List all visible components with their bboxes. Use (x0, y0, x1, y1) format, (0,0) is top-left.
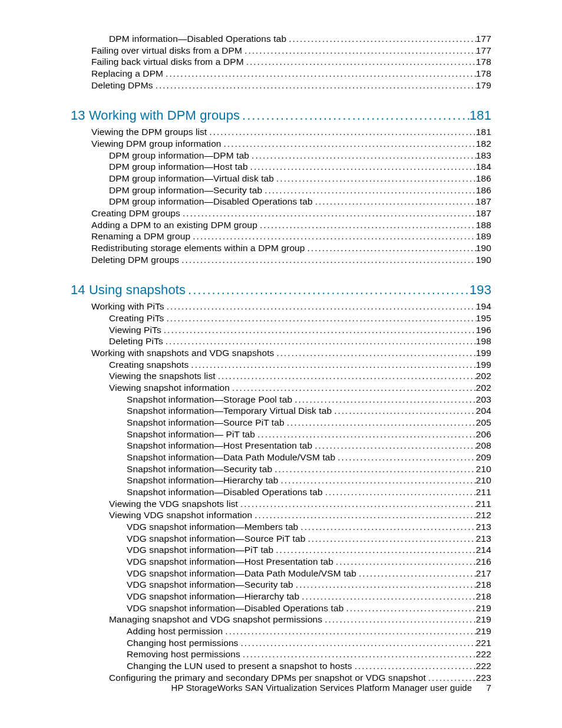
toc-leader-dots: ........................................… (222, 138, 476, 150)
toc-leader-dots: ........................................… (164, 301, 476, 312)
toc-entry-row[interactable]: Viewing snapshot information............… (71, 382, 491, 394)
toc-leader-dots: ........................................… (186, 282, 470, 298)
toc-leader-dots: ........................................… (332, 405, 476, 417)
toc-entry-label: Creating snapshots (109, 359, 189, 371)
toc-entry-row[interactable]: Changing host permissions...............… (71, 637, 491, 649)
toc-entry-row[interactable]: Working with snapshots and VDG snapshots… (71, 347, 491, 359)
toc-entry-row[interactable]: Deleting DPM groups.....................… (71, 254, 491, 266)
toc-leader-dots: ........................................… (356, 568, 476, 579)
toc-entry-page: 195 (476, 312, 491, 324)
toc-entry-page: 183 (476, 150, 491, 162)
toc-entry-row[interactable]: Creating DPM groups.....................… (71, 207, 491, 219)
toc-entry-row[interactable]: Snapshot information—Data Path Module/VS… (71, 452, 491, 463)
toc-leader-dots: ........................................… (273, 544, 476, 556)
toc-leader-dots: ........................................… (274, 347, 475, 359)
toc-entry-label: Viewing the VDG snapshots list (109, 498, 238, 510)
toc-entry-label: Snapshot information—Data Path Module/VS… (127, 452, 335, 463)
toc-entry-page: 206 (476, 429, 491, 440)
toc-entry-row[interactable]: Snapshot information—Source PiT tab.....… (71, 417, 491, 429)
toc-entry-row[interactable]: Configuring the primary and secondary DP… (71, 672, 491, 684)
toc-leader-dots: ........................................… (298, 521, 475, 533)
toc-leader-dots: ........................................… (292, 394, 476, 406)
toc-leader-dots: ........................................… (163, 68, 476, 80)
toc-entry-row[interactable]: VDG snapshot information—Source PiT tab.… (71, 533, 491, 545)
toc-leader-dots: ........................................… (305, 242, 476, 254)
toc-entry-page: 218 (476, 579, 491, 591)
toc-entry-label: Deleting PiTs (109, 335, 163, 347)
document-page: DPM information—Disabled Operations tab.… (0, 0, 562, 728)
toc-entry-page: 208 (476, 440, 491, 452)
toc-entry-row[interactable]: DPM group information—Host tab..........… (71, 161, 491, 173)
toc-entry-row[interactable]: VDG snapshot information—Hierarchy tab..… (71, 591, 491, 602)
toc-entry-page: 186 (476, 185, 491, 196)
toc-entry-row[interactable]: Managing snapshot and VDG snapshot permi… (71, 614, 491, 625)
toc-entry-row[interactable]: VDG snapshot information—Host Presentati… (71, 556, 491, 568)
toc-entry-page: 181 (470, 107, 491, 124)
toc-entry-row[interactable]: Creating PiTs...........................… (71, 312, 491, 324)
toc-entry-row[interactable]: Viewing DPM group information...........… (71, 138, 491, 150)
toc-entry-row[interactable]: VDG snapshot information—PiT tab........… (71, 544, 491, 556)
toc-entry-row[interactable]: Snapshot information—Disabled Operations… (71, 486, 491, 498)
toc-entry-label: Replacing a DPM (91, 68, 163, 80)
toc-leader-dots: ........................................… (240, 648, 476, 660)
toc-entry-row[interactable]: Snapshot information—Hierarchy tab......… (71, 475, 491, 486)
toc-entry-row[interactable]: Deleting DPMs...........................… (71, 80, 491, 91)
toc-entry-page: 219 (476, 625, 491, 637)
toc-entry-label: Snapshot information—Hierarchy tab (127, 475, 279, 486)
toc-entry-row[interactable]: Viewing VDG snapshot information........… (71, 509, 491, 521)
toc-entry-row[interactable]: Failing over virtual disks from a DPM...… (71, 45, 491, 57)
toc-entry-row[interactable]: VDG snapshot information—Data Path Modul… (71, 568, 491, 579)
toc-entry-row[interactable]: DPM group information—Security tab......… (71, 185, 491, 196)
toc-entry-row[interactable]: Viewing the DPM groups list.............… (71, 126, 491, 138)
toc-entry-row[interactable]: VDG snapshot information—Security tab...… (71, 579, 491, 591)
toc-entry-row[interactable]: Creating snapshots......................… (71, 359, 491, 371)
toc-entry-row[interactable]: VDG snapshot information—Disabled Operat… (71, 602, 491, 614)
footer-page-number: 7 (487, 683, 491, 693)
toc-leader-dots: ........................................… (313, 196, 476, 207)
toc-entry-label: Snapshot information—Disabled Operations… (127, 486, 323, 498)
toc-entry-row[interactable]: Adding host permission..................… (71, 625, 491, 637)
toc-entry-label: VDG snapshot information—Security tab (127, 579, 293, 591)
toc-entry-row[interactable]: Adding a DPM to an existing DPM group...… (71, 219, 491, 231)
toc-entry-label: DPM group information—Virtual disk tab (109, 173, 274, 185)
toc-entry-label: Configuring the primary and secondary DP… (109, 672, 426, 684)
toc-entry-row[interactable]: Replacing a DPM.........................… (71, 68, 491, 80)
toc-chapter-row[interactable]: 14 Using snapshots......................… (71, 282, 491, 298)
toc-entry-label: DPM group information—Host tab (109, 161, 248, 173)
toc-entry-row[interactable]: Viewing the snapshots list..............… (71, 370, 491, 382)
toc-entry-row[interactable]: Snapshot information— PiT tab...........… (71, 429, 491, 440)
toc-entry-label: Working with PiTs (91, 301, 164, 312)
toc-leader-dots: ........................................… (249, 150, 476, 162)
toc-entry-row[interactable]: Viewing the VDG snapshots list..........… (71, 498, 491, 510)
toc-entry-row[interactable]: DPM group information—DPM tab...........… (71, 150, 491, 162)
toc-entry-row[interactable]: Snapshot information—Host Presentation t… (71, 440, 491, 452)
toc-entry-row[interactable]: Failing back virtual disks from a DPM...… (71, 56, 491, 68)
toc-entry-label: Snapshot information—Source PiT tab (127, 417, 285, 429)
toc-entry-row[interactable]: Removing host permissions...............… (71, 648, 491, 660)
toc-entry-row[interactable]: Snapshot information—Temporary Virtual D… (71, 405, 491, 417)
toc-entry-row[interactable]: Deleting PiTs...........................… (71, 335, 491, 347)
toc-entry-row[interactable]: Working with PiTs.......................… (71, 301, 491, 312)
toc-leader-dots: ........................................… (323, 486, 476, 498)
toc-entry-label: Deleting DPMs (91, 80, 153, 91)
toc-entry-label: Failing over virtual disks from a DPM (91, 45, 242, 57)
toc-entry-row[interactable]: DPM group information—Disabled Operation… (71, 196, 491, 207)
toc-entry-label: Viewing DPM group information (91, 138, 222, 150)
toc-entry-row[interactable]: Viewing PiTs............................… (71, 324, 491, 336)
toc-entry-row[interactable]: Changing the LUN used to present a snaps… (71, 660, 491, 672)
toc-entry-row[interactable]: Renaming a DPM group....................… (71, 230, 491, 242)
toc-leader-dots: ........................................… (272, 463, 476, 475)
toc-entry-row[interactable]: Snapshot information—Security tab.......… (71, 463, 491, 475)
toc-chapter-row[interactable]: 13 Working with DPM groups..............… (71, 107, 491, 124)
toc-entry-row[interactable]: DPM group information—Virtual disk tab..… (71, 173, 491, 185)
toc-entry-row[interactable]: Redistributing storage elements within a… (71, 242, 491, 254)
toc-entry-label: DPM group information—Security tab (109, 185, 262, 196)
toc-entry-label: Renaming a DPM group (91, 230, 190, 242)
toc-entry-label: VDG snapshot information—Hierarchy tab (127, 591, 299, 602)
toc-entry-row[interactable]: DPM information—Disabled Operations tab.… (71, 33, 491, 45)
toc-leader-dots: ........................................… (262, 185, 476, 196)
toc-leader-dots: ........................................… (285, 417, 476, 429)
toc-entry-page: 205 (476, 417, 491, 429)
toc-entry-row[interactable]: VDG snapshot information—Members tab....… (71, 521, 491, 533)
toc-entry-row[interactable]: Snapshot information—Storage Pool tab...… (71, 394, 491, 406)
